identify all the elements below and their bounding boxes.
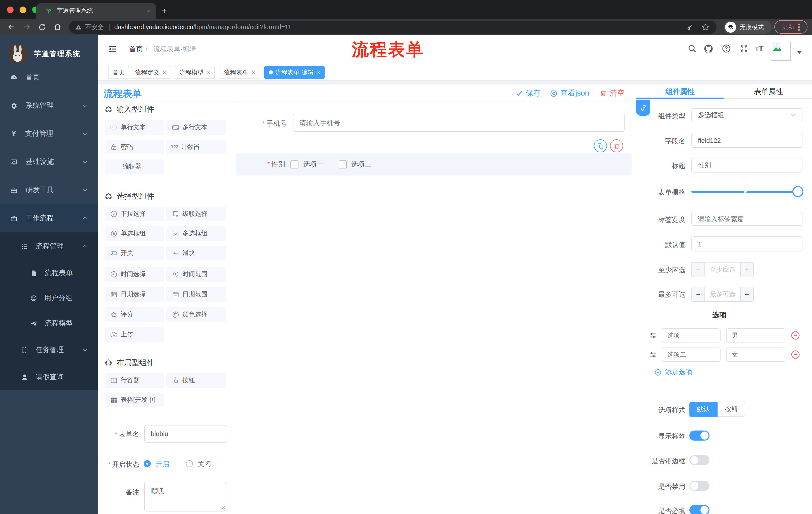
radio-off[interactable] [186,460,193,467]
option1-label-input[interactable] [662,328,721,343]
minus-button[interactable]: − [692,263,704,277]
fullscreen-icon[interactable] [739,44,749,53]
palette-item-radio-group[interactable]: 单选框组 [105,226,164,241]
palette-item-color-picker[interactable]: 颜色选择 [166,307,226,322]
palette-item-slider[interactable]: 滑块 [166,246,226,261]
sidebar-item-process-model[interactable]: 流程模型 [0,311,98,336]
sidebar-item-home[interactable]: 首页 [0,65,98,90]
palette-item-editor[interactable]: 编辑器 [105,159,164,174]
palette-item-password[interactable]: 密码 [105,140,164,154]
palette-item-date-picker[interactable]: 日期选择 [105,287,164,302]
plus-button[interactable]: + [741,263,753,277]
copy-component-button[interactable] [594,139,607,153]
window-close-button[interactable] [7,6,13,13]
sidebar-item-leave-query[interactable]: 请假查询 [0,364,98,390]
tag-process-definition[interactable]: 流程定义× [130,66,171,79]
palette-item-checkbox-group[interactable]: 多选框组 [166,226,226,241]
home-icon[interactable] [53,23,62,31]
max-select-stepper[interactable]: − 最多可选 + [691,287,754,302]
clear-button[interactable]: 清空 [600,88,625,98]
min-select-value[interactable]: 至少应选 [704,263,741,277]
radio-off-label[interactable]: 关闭 [198,460,211,469]
grid-slider-handle[interactable] [792,186,804,197]
max-select-value[interactable]: 最多可选 [704,287,741,301]
phone-input[interactable] [293,114,625,132]
style-button-button[interactable]: 按钮 [718,402,745,417]
sidebar-logo[interactable]: 芋道管理系统 [0,44,98,64]
new-tab-button[interactable]: + [162,6,167,16]
sidebar-item-process-form[interactable]: 流程表单 [0,261,98,286]
resize-handle-icon[interactable] [220,505,225,510]
add-option-button[interactable]: 添加选项 [654,368,692,377]
checkbox-option2[interactable] [339,160,347,168]
selected-component-gender[interactable]: *性别 选项一 选项二 [236,154,632,175]
window-minimize-button[interactable] [20,6,26,13]
show-label-toggle[interactable] [689,431,709,440]
sidebar-item-devtools[interactable]: 研发工具 [0,178,98,203]
palette-item-button[interactable]: 按钮 [166,373,226,388]
grid-slider-track[interactable] [691,191,803,193]
browser-tab[interactable]: 芋道管理系统 × [36,3,156,19]
sidebar-item-infra[interactable]: 基础设施 [0,150,98,174]
tag-close-icon[interactable]: × [317,70,320,76]
remark-textarea[interactable]: 嘿嘿 [144,482,227,512]
save-button[interactable]: 保存 [516,88,541,98]
radio-on-label[interactable]: 开启 [156,460,169,469]
palette-item-date-range[interactable]: 日期范围 [166,287,226,302]
tag-process-form-edit[interactable]: 流程表单-编辑× [264,66,325,79]
form-name-input[interactable] [144,425,227,442]
url-bar[interactable]: 不安全 dashboard.yudao.iocoder.cn/bpm/manag… [69,21,717,34]
disabled-toggle[interactable] [689,481,709,491]
back-icon[interactable] [7,23,16,31]
help-question-icon[interactable] [722,44,731,53]
forward-icon[interactable] [23,23,31,31]
tag-close-icon[interactable]: × [207,70,210,76]
sidebar-item-payment[interactable]: ¥ 支付管理 [0,121,98,146]
title-input[interactable] [691,158,803,172]
tab-component-props[interactable]: 组件属性 [636,84,724,99]
sidebar-item-process-mgmt[interactable]: 流程管理 [0,234,98,259]
checkbox-option1-label[interactable]: 选项一 [303,160,324,169]
palette-item-table[interactable]: 表格[开发中] [105,393,164,407]
minus-button[interactable]: − [692,287,704,301]
palette-item-cascader[interactable]: 级联选择 [166,207,226,221]
tag-home[interactable]: 首页 [108,66,129,79]
palette-item-single-text[interactable]: 单行文本 [105,120,164,135]
drag-handle-icon[interactable] [648,350,657,359]
tab-form-props[interactable]: 表单属性 [725,84,812,99]
palette-item-upload[interactable]: 上传 [105,327,164,342]
palette-item-rate[interactable]: 评分 [105,307,164,322]
palette-item-row-container[interactable]: 行容器 [105,373,164,388]
required-toggle[interactable] [689,505,709,514]
bookmark-star-icon[interactable] [701,23,709,31]
drag-handle-icon[interactable] [648,331,657,340]
field-name-input[interactable] [691,133,803,148]
reload-icon[interactable] [38,23,46,31]
tag-close-icon[interactable]: × [252,70,255,76]
password-key-icon[interactable] [686,23,693,31]
border-toggle[interactable] [689,455,709,465]
palette-item-switch[interactable]: 开关 [105,246,164,261]
option2-value-input[interactable] [726,348,785,361]
checkbox-option1[interactable] [291,160,299,168]
sidebar-item-task-mgmt[interactable]: 任务管理 [0,337,98,362]
palette-item-multi-text[interactable]: 多行文本 [166,120,226,135]
component-type-select[interactable]: 多选框组 [691,108,803,122]
view-json-button[interactable]: 查看json [550,88,589,98]
sidebar-item-workflow[interactable]: 工作流程 [0,206,98,231]
palette-item-time-range[interactable]: 时间范围 [166,267,226,282]
remove-option-icon[interactable] [790,330,801,341]
sidebar-item-user-group[interactable]: 用户分组 [0,286,98,311]
label-width-input[interactable] [691,212,803,226]
plus-button[interactable]: + [741,287,753,301]
tag-close-icon[interactable]: × [163,70,166,76]
delete-component-button[interactable] [610,139,623,153]
checkbox-option2-label[interactable]: 选项二 [351,160,372,169]
search-icon[interactable] [687,44,697,53]
palette-item-select[interactable]: 下拉选择 [105,207,164,221]
radio-on[interactable] [144,460,151,467]
browser-update-button[interactable]: 更新 [774,20,808,34]
avatar-caret-icon[interactable] [797,51,802,54]
github-icon[interactable] [703,44,714,54]
default-value-input[interactable] [691,236,803,251]
